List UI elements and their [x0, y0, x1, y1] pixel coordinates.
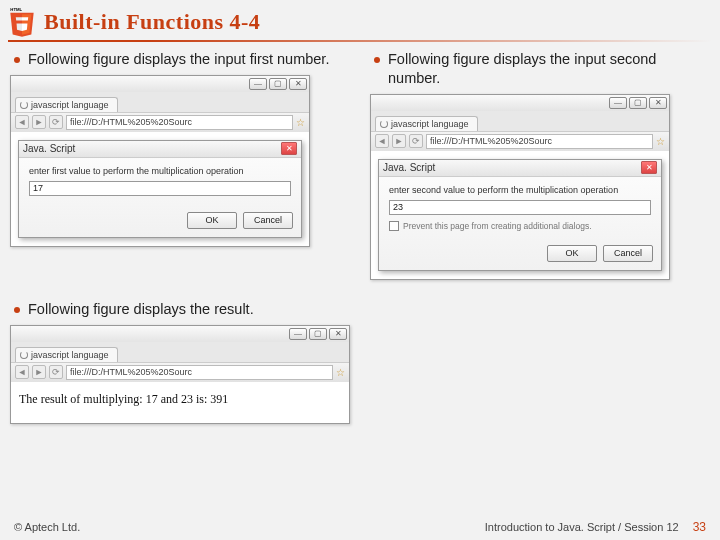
reload-button[interactable]: ⟳: [409, 134, 423, 148]
column-second-number: Following figure displays the input seco…: [370, 50, 700, 280]
minimize-button[interactable]: —: [609, 97, 627, 109]
browser-tab[interactable]: javascript language: [15, 347, 118, 362]
prompt-input-second[interactable]: 23: [389, 200, 651, 215]
back-button[interactable]: ◄: [375, 134, 389, 148]
tab-label: javascript language: [31, 100, 109, 110]
cancel-button[interactable]: Cancel: [603, 245, 653, 262]
reload-button[interactable]: ⟳: [49, 115, 63, 129]
reload-button[interactable]: ⟳: [49, 365, 63, 379]
dialog-title: Java. Script: [23, 143, 75, 154]
prompt-message: enter second value to perform the multip…: [389, 185, 651, 195]
minimize-button[interactable]: —: [289, 328, 307, 340]
close-icon[interactable]: ✕: [641, 161, 657, 174]
address-bar[interactable]: file:///D:/HTML%205%20Sourc: [66, 365, 333, 380]
js-prompt-dialog-first: Java. Script ✕ enter first value to perf…: [18, 140, 302, 238]
dialog-title: Java. Script: [383, 162, 435, 173]
bookmark-star-icon[interactable]: ☆: [656, 136, 665, 147]
page-number: 33: [693, 520, 706, 534]
minimize-button[interactable]: —: [249, 78, 267, 90]
close-button[interactable]: ✕: [289, 78, 307, 90]
ok-button[interactable]: OK: [187, 212, 237, 229]
svg-marker-5: [22, 17, 28, 20]
html5-logo-icon: HTML: [8, 6, 36, 38]
close-button[interactable]: ✕: [329, 328, 347, 340]
browser-window-second: — ▢ ✕ javascript language ◄ ► ⟳ file:///…: [370, 94, 670, 280]
bullet-icon: [374, 57, 380, 63]
title-underline: [8, 40, 712, 42]
close-icon[interactable]: ✕: [281, 142, 297, 155]
loading-spinner-icon: [20, 101, 28, 109]
svg-text:HTML: HTML: [10, 7, 22, 12]
bookmark-star-icon[interactable]: ☆: [296, 117, 305, 128]
back-button[interactable]: ◄: [15, 115, 29, 129]
browser-tab[interactable]: javascript language: [375, 116, 478, 131]
checkbox-label: Prevent this page from creating addition…: [403, 221, 592, 231]
forward-button[interactable]: ►: [392, 134, 406, 148]
result-output-text: The result of multiplying: 17 and 23 is:…: [17, 388, 343, 417]
maximize-button[interactable]: ▢: [309, 328, 327, 340]
maximize-button[interactable]: ▢: [269, 78, 287, 90]
tab-label: javascript language: [391, 119, 469, 129]
browser-window-result: — ▢ ✕ javascript language ◄ ► ⟳ file:///…: [10, 325, 350, 424]
back-button[interactable]: ◄: [15, 365, 29, 379]
session-text: Introduction to Java. Script / Session 1…: [485, 521, 679, 533]
cancel-button[interactable]: Cancel: [243, 212, 293, 229]
prompt-message: enter first value to perform the multipl…: [29, 166, 291, 176]
address-bar[interactable]: file:///D:/HTML%205%20Sourc: [66, 115, 293, 130]
js-prompt-dialog-second: Java. Script ✕ enter second value to per…: [378, 159, 662, 271]
svg-marker-3: [16, 17, 22, 20]
forward-button[interactable]: ►: [32, 115, 46, 129]
slide-footer: © Aptech Ltd. Introduction to Java. Scri…: [0, 520, 720, 534]
bookmark-star-icon[interactable]: ☆: [336, 367, 345, 378]
bullet-text-first: Following figure displays the input firs…: [28, 50, 329, 69]
copyright-text: © Aptech Ltd.: [14, 521, 80, 533]
maximize-button[interactable]: ▢: [629, 97, 647, 109]
browser-tab[interactable]: javascript language: [15, 97, 118, 112]
loading-spinner-icon: [380, 120, 388, 128]
address-bar[interactable]: file:///D:/HTML%205%20Sourc: [426, 134, 653, 149]
bullet-icon: [14, 57, 20, 63]
bullet-text-second: Following figure displays the input seco…: [388, 50, 700, 88]
column-result: Following figure displays the result. — …: [10, 300, 710, 424]
bullet-text-result: Following figure displays the result.: [28, 300, 254, 319]
column-first-number: Following figure displays the input firs…: [10, 50, 340, 280]
prompt-input-first[interactable]: 17: [29, 181, 291, 196]
browser-window-first: — ▢ ✕ javascript language ◄ ► ⟳ file:///…: [10, 75, 310, 247]
ok-button[interactable]: OK: [547, 245, 597, 262]
close-button[interactable]: ✕: [649, 97, 667, 109]
slide-title: Built-in Functions 4-4: [44, 9, 260, 35]
forward-button[interactable]: ►: [32, 365, 46, 379]
bullet-icon: [14, 307, 20, 313]
loading-spinner-icon: [20, 351, 28, 359]
tab-label: javascript language: [31, 350, 109, 360]
prevent-dialogs-checkbox[interactable]: [389, 221, 399, 231]
